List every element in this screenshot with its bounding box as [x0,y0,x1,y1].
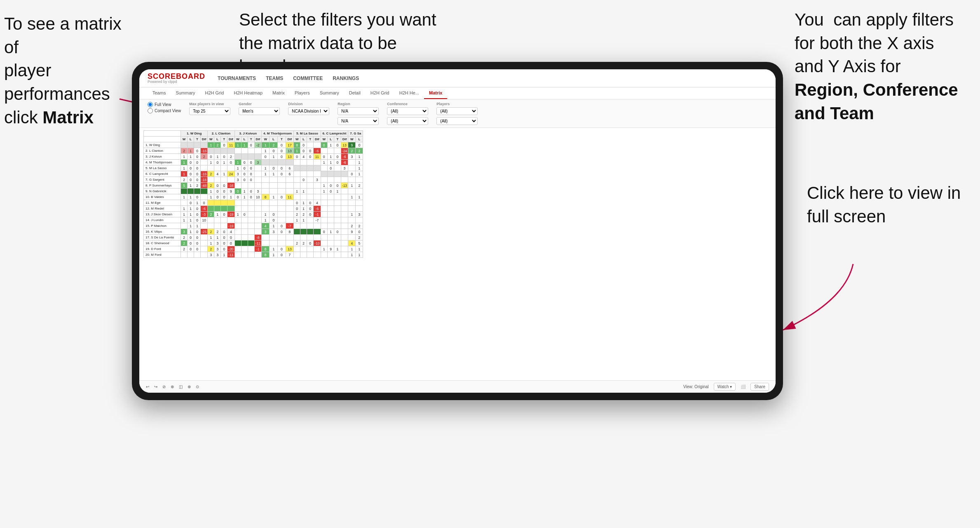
table-row: 18. C Sherwood 200 1300 -11 220-10 45 [144,240,363,246]
sh-t2: T [221,137,227,142]
players-select2[interactable]: (All) [436,117,478,125]
sh-d5: Dif [314,137,321,142]
table-row: 15. P Maichon 11 -19 410-7 22 [144,223,363,229]
region-label: Region [338,102,379,106]
filter-players: Players (All) (All) [436,102,478,125]
sub-nav: Teams Summary H2H Grid H2H Heatmap Matri… [139,87,776,99]
tablet-frame: SCOREBOARD Powered by clppd TOURNAMENTS … [132,62,783,400]
logo-text: SCOREBOARD [148,73,205,80]
tool-7[interactable]: ⊙ [196,384,199,389]
tab-h2h-grid2[interactable]: H2H Grid [366,87,394,99]
tool-3[interactable]: ⊘ [162,384,166,389]
table-row: 3. J Koivun 1102 0102 01013 04011 010-6 … [144,154,363,160]
row-label-3: 3. J Koivun [144,154,181,160]
full-view-radio[interactable] [148,102,153,107]
tab-h2h-he[interactable]: H2H He... [394,87,424,99]
compact-view-radio[interactable] [148,108,153,113]
full-view-option[interactable]: Full View [148,102,181,107]
sh-t1: T [194,137,201,142]
tab-summary[interactable]: Summary [171,87,200,99]
row-label-14: 14. J Lundin [144,217,181,223]
table-row: 9. N Gabrelcik 1009 0103 11 101 [144,189,363,194]
annotation-right: You can apply filters for both the X axi… [795,8,968,125]
row-label-15: 15. P Maichon [144,223,181,229]
app-header: SCOREBOARD Powered by clppd TOURNAMENTS … [139,69,776,87]
tab-teams[interactable]: Teams [148,87,171,99]
screen-icon[interactable]: ⬜ [741,384,746,389]
tool-4[interactable]: ⊕ [171,384,174,389]
nav-rankings[interactable]: RANKINGS [333,75,359,81]
table-row: 14. J Lundin 11010 10 11-7 [144,217,363,223]
nav-teams[interactable]: TEAMS [266,75,283,81]
table-row: 8. P Summerhays 512-48 200-16 100-13 12 [144,183,363,189]
sh-l7: L [356,137,363,142]
ann-left-bold: Matrix [42,108,94,127]
tool-5[interactable]: ◫ [179,384,183,389]
annotation-left: To see a matrix of player performances c… [4,12,136,129]
view-options: Full View Compact View [148,102,181,113]
region-select2[interactable]: N/A [338,117,379,125]
filter-gender: Gender Men's [239,102,280,115]
conference-select2[interactable]: (All) [387,117,428,125]
row-label-7: 7. G Sargent [144,177,181,183]
filter-bar: Full View Compact View Max players in vi… [139,99,776,128]
max-players-label: Max players in view [189,102,230,106]
table-row: 17. S De La Fuente 200 1100 -8 2 [144,235,363,240]
annotation-bottom-right: Click here to view in full screen [807,182,964,228]
nav-committee[interactable]: COMMITTEE [293,75,323,81]
conference-label: Conference [387,102,428,106]
row-label-10: 10. B Valdes [144,194,181,200]
players-select[interactable]: (All) [436,107,478,115]
compact-view-option[interactable]: Compact View [148,108,181,113]
table-row: 11. M Ege 010 0104 [144,200,363,206]
powered-by: Powered by clppd [148,80,205,84]
tab-detail[interactable]: Detail [344,87,366,99]
sh-w7: W [348,137,356,142]
table-row: 19. D Ford 200 230-20 -1 81013 191 11 [144,246,363,252]
tool-redo[interactable]: ↪ [154,384,157,389]
tab-h2h-grid[interactable]: H2H Grid [200,87,229,99]
table-row: 1. W Ding 12011 110-2 12017 80 01013 90 [144,142,363,148]
sh-w2: W [208,137,214,142]
max-players-select[interactable]: Top 25 [189,107,230,115]
matrix-table: 1. W Ding 2. L Clanton 3. J Koivun 4. M … [143,130,363,258]
sh-t6: T [334,137,341,142]
sh-d6: Dif [341,137,348,142]
region-select[interactable]: N/A [338,107,379,115]
nav-tournaments[interactable]: TOURNAMENTS [218,75,256,81]
sh-l2: L [214,137,221,142]
gender-select[interactable]: Men's [239,107,280,115]
row-label-2: 2. L Clanton [144,148,181,154]
col-header-2: 2. L Clanton [208,131,234,137]
tool-undo[interactable]: ↩ [146,384,149,389]
table-row: 7. G Sargent 200-16 300 03 [144,177,363,183]
conference-select[interactable]: (All) [387,107,428,115]
sh-l1: L [188,137,194,142]
tab-summary2[interactable]: Summary [315,87,344,99]
row-label-13: 13. J Skov Olesen [144,212,181,217]
table-row: 10. B Valdes 110 1001 01010 81011 11 [144,194,363,200]
tab-h2h-heatmap[interactable]: H2H Heatmap [229,87,267,99]
filter-conference: Conference (All) (All) [387,102,428,125]
table-row: 5. M La Sasso 100 100 1006 03 1 [144,165,363,171]
row-label-5: 5. M La Sasso [144,165,181,171]
tab-matrix[interactable]: Matrix [267,87,290,99]
matrix-area[interactable]: 1. W Ding 2. L Clanton 3. J Koivun 4. M … [139,128,776,380]
division-select[interactable]: NCAA Division I [288,107,329,115]
sh-t4: T [278,137,286,142]
tablet-screen: SCOREBOARD Powered by clppd TOURNAMENTS … [139,69,776,393]
gender-label: Gender [239,102,280,106]
ann-left-line2: player performances [4,61,110,104]
sh-w6: W [321,137,327,142]
tool-6[interactable]: ⊕ [188,384,191,389]
watch-button[interactable]: Watch ▾ [714,383,736,391]
row-label-18: 18. C Sherwood [144,240,181,246]
ann-br-text: Click here to view in full screen [807,183,961,226]
filter-region: Region N/A N/A [338,102,379,125]
share-button[interactable]: Share [750,383,769,391]
sh-d2: Dif [227,137,234,142]
tab-matrix2[interactable]: Matrix [424,87,447,99]
sh-l4: L [270,137,278,142]
row-label-16: 16. K Vilips [144,229,181,235]
tab-players[interactable]: Players [290,87,315,99]
